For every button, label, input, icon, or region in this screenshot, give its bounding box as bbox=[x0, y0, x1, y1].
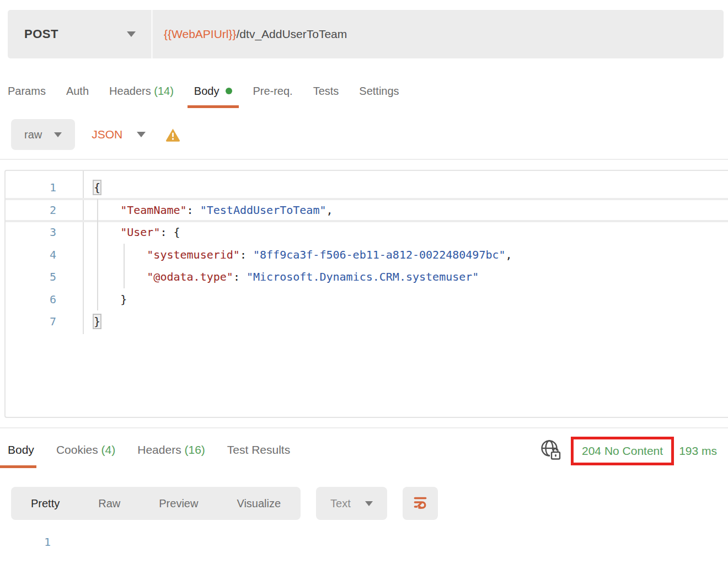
chevron-down-icon bbox=[54, 132, 62, 137]
code-line-6[interactable]: 6 } bbox=[6, 288, 728, 311]
chevron-down-icon bbox=[137, 132, 146, 137]
response-tabs: BodyCookies (4)Headers (16)Test Results bbox=[8, 434, 290, 468]
code-line-5[interactable]: 5 "@odata.type": "Microsoft.Dynamics.CRM… bbox=[6, 266, 728, 288]
response-view-switcher: PrettyRawPreviewVisualize bbox=[11, 487, 301, 520]
tab-count: (16) bbox=[181, 443, 205, 456]
method-label: POST bbox=[24, 27, 58, 41]
tab-label: Body bbox=[8, 443, 34, 456]
chevron-down-icon bbox=[365, 501, 373, 506]
language-label: JSON bbox=[92, 128, 122, 141]
view-raw[interactable]: Raw bbox=[98, 497, 120, 510]
chevron-down-icon bbox=[127, 31, 136, 37]
code-text: "TeamName": "TestAddUserToTeam", bbox=[83, 199, 333, 222]
tab-count: (14) bbox=[151, 85, 174, 97]
request-body-editor[interactable]: 1{2 "TeamName": "TestAddUserToTeam",3 "U… bbox=[4, 170, 728, 418]
line-wrap-button[interactable] bbox=[403, 487, 438, 520]
response-type-label: Text bbox=[330, 497, 351, 510]
indent-guide bbox=[124, 244, 125, 288]
tab-settings[interactable]: Settings bbox=[359, 84, 399, 108]
code-line-7[interactable]: 7} bbox=[6, 310, 728, 333]
body-format-dropdown[interactable]: raw bbox=[11, 119, 75, 150]
response-meta: 204 No Content 193 ms bbox=[539, 437, 717, 465]
code-text: } bbox=[83, 310, 100, 333]
response-view-toolbar: PrettyRawPreviewVisualize Text bbox=[11, 487, 728, 520]
line-number: 3 bbox=[6, 221, 83, 244]
tab-tests[interactable]: Tests bbox=[313, 84, 339, 108]
view-visualize[interactable]: Visualize bbox=[237, 497, 281, 510]
line-number: 2 bbox=[6, 199, 83, 222]
response-divider bbox=[0, 427, 728, 428]
url-variable: {{WebAPIUrl}} bbox=[164, 28, 237, 41]
tab-label: Tests bbox=[313, 85, 339, 97]
tab-count: (4) bbox=[98, 443, 116, 456]
url-path: /dtv_AddUserToTeam bbox=[237, 28, 347, 41]
toolbar-divider bbox=[0, 159, 728, 160]
method-dropdown[interactable]: POST bbox=[8, 10, 153, 58]
globe-lock-icon bbox=[539, 438, 562, 464]
response-tab-headers[interactable]: Headers (16) bbox=[137, 434, 205, 468]
tab-label: Pre-req. bbox=[253, 85, 292, 97]
code-text: "@odata.type": "Microsoft.Dynamics.CRM.s… bbox=[83, 266, 479, 288]
response-header: BodyCookies (4)Headers (16)Test Results … bbox=[8, 434, 717, 468]
line-number: 6 bbox=[6, 288, 83, 311]
view-pretty[interactable]: Pretty bbox=[31, 497, 60, 510]
tab-auth[interactable]: Auth bbox=[66, 84, 89, 108]
response-tab-cookies[interactable]: Cookies (4) bbox=[56, 434, 115, 468]
code-line-1[interactable]: 1{ bbox=[6, 176, 728, 199]
code-line-3[interactable]: 3 "User": { bbox=[6, 221, 728, 244]
line-number: 7 bbox=[6, 310, 83, 333]
tab-label: Settings bbox=[359, 85, 399, 97]
language-dropdown[interactable]: JSON bbox=[92, 128, 146, 141]
tab-label: Auth bbox=[66, 85, 89, 97]
body-type-toolbar: raw JSON bbox=[11, 119, 728, 150]
url-input[interactable]: {{WebAPIUrl}}/dtv_AddUserToTeam bbox=[153, 10, 724, 58]
response-tab-test-results[interactable]: Test Results bbox=[227, 434, 290, 468]
body-format-label: raw bbox=[24, 128, 42, 141]
code-text: "systemuserid": "8ff9ca3f-f506-eb11-a812… bbox=[83, 244, 512, 266]
view-preview[interactable]: Preview bbox=[159, 497, 198, 510]
tab-body[interactable]: Body bbox=[194, 84, 233, 108]
line-number: 1 bbox=[6, 176, 83, 199]
tab-headers[interactable]: Headers (14) bbox=[109, 84, 174, 108]
request-tabs: ParamsAuthHeaders (14)BodyPre-req.TestsS… bbox=[8, 84, 728, 108]
response-status: 204 No Content bbox=[582, 444, 663, 457]
code-text: } bbox=[83, 288, 127, 311]
response-body[interactable]: 1 bbox=[0, 535, 728, 549]
status-annotation-box: 204 No Content bbox=[571, 437, 674, 465]
code-line-4[interactable]: 4 "systemuserid": "8ff9ca3f-f506-eb11-a8… bbox=[6, 244, 728, 266]
line-wrap-icon bbox=[412, 494, 429, 513]
tab-label: Cookies bbox=[56, 443, 98, 456]
tab-label: Headers bbox=[109, 85, 151, 97]
tab-params[interactable]: Params bbox=[8, 84, 46, 108]
tab-label: Headers bbox=[137, 443, 181, 456]
response-tab-body[interactable]: Body bbox=[8, 434, 34, 468]
tab-pre-req-[interactable]: Pre-req. bbox=[253, 84, 292, 108]
response-time: 193 ms bbox=[679, 444, 717, 458]
code-text: { bbox=[83, 176, 100, 199]
code-line-2[interactable]: 2 "TeamName": "TestAddUserToTeam", bbox=[6, 199, 728, 222]
unsaved-dot-icon bbox=[226, 88, 232, 94]
warning-triangle-icon[interactable] bbox=[165, 128, 180, 142]
line-number: 4 bbox=[6, 244, 83, 266]
line-number: 5 bbox=[6, 266, 83, 288]
response-line-number: 1 bbox=[0, 535, 77, 549]
tab-label: Body bbox=[194, 85, 220, 97]
tab-label: Test Results bbox=[227, 443, 290, 456]
response-type-dropdown[interactable]: Text bbox=[316, 487, 387, 520]
tab-label: Params bbox=[8, 85, 46, 97]
request-url-bar: POST {{WebAPIUrl}}/dtv_AddUserToTeam bbox=[8, 10, 724, 58]
indent-guide bbox=[97, 199, 98, 310]
